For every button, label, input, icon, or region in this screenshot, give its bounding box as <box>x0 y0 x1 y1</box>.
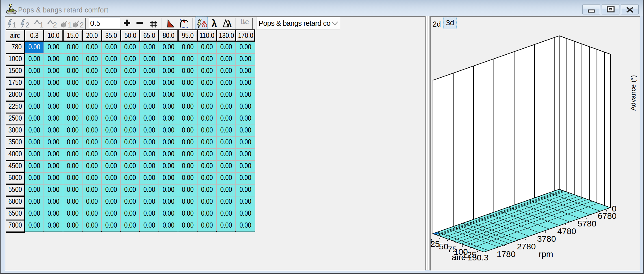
svg-text:4780: 4780 <box>557 226 576 236</box>
svg-text:5780: 5780 <box>578 219 597 228</box>
svg-text:airc: airc <box>452 252 465 262</box>
svg-text:Advance (°): Advance (°) <box>629 75 637 111</box>
svg-text:3780: 3780 <box>537 234 556 243</box>
svg-text:rpm: rpm <box>539 249 553 259</box>
svg-text:2780: 2780 <box>517 242 536 251</box>
svg-text:25: 25 <box>430 239 440 249</box>
svg-text:50: 50 <box>439 242 448 251</box>
svg-text:1780: 1780 <box>497 249 516 259</box>
svg-text:150.3: 150.3 <box>467 253 489 262</box>
svg-text:0: 0 <box>612 204 617 213</box>
